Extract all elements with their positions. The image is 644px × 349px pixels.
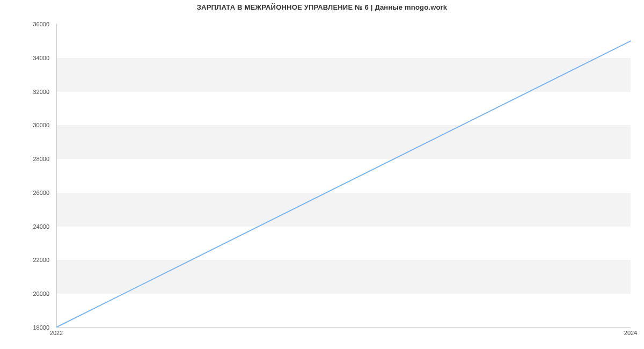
y-tick-label: 32000 bbox=[33, 89, 49, 95]
line-layer bbox=[57, 24, 631, 327]
y-tick-label: 20000 bbox=[33, 290, 49, 297]
y-tick-label: 30000 bbox=[33, 122, 49, 128]
x-tick-label: 2024 bbox=[624, 330, 637, 336]
y-tick-label: 26000 bbox=[33, 190, 49, 196]
plot-area bbox=[56, 24, 631, 328]
chart-title: ЗАРПЛАТА В МЕЖРАЙОННОЕ УПРАВЛЕНИЕ № 6 | … bbox=[0, 3, 644, 11]
y-tick-label: 28000 bbox=[33, 156, 49, 162]
y-tick-label: 24000 bbox=[33, 223, 49, 230]
y-tick-label: 36000 bbox=[33, 21, 49, 27]
x-tick-label: 2022 bbox=[50, 330, 63, 336]
y-axis-labels: 1800020000220002400026000280003000032000… bbox=[0, 24, 54, 328]
y-tick-label: 18000 bbox=[33, 324, 49, 331]
chart-container: ЗАРПЛАТА В МЕЖРАЙОННОЕ УПРАВЛЕНИЕ № 6 | … bbox=[0, 0, 644, 349]
series-line bbox=[57, 41, 631, 327]
x-axis-labels: 20222024 bbox=[56, 328, 631, 338]
y-tick-label: 22000 bbox=[33, 257, 49, 263]
y-tick-label: 34000 bbox=[33, 55, 49, 61]
